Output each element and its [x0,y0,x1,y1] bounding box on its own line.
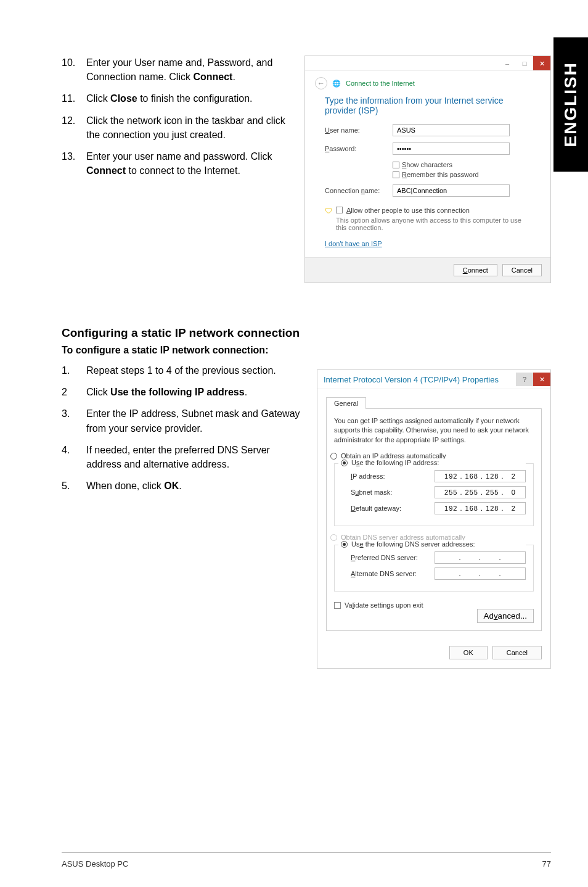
titlebar: – □ ✕ [305,56,550,71]
ip-group: Use the following IP address: IP address… [334,463,534,526]
dialog-title: Internet Protocol Version 4 (TCP/IPv4) P… [324,375,499,384]
use-following-dns-label: Use the following DNS server addresses: [351,540,475,548]
default-gateway-label: Default gateway: [351,505,435,512]
list-item: 3. Enter the IP address, Subnet mask and… [62,406,304,435]
cancel-button[interactable]: Cancel [492,646,542,659]
close-button[interactable]: ✕ [533,56,550,70]
remember-password-checkbox[interactable] [393,171,399,178]
text-fragment: . [245,387,247,397]
list-item: 2 Click Use the following IP address. [62,385,304,399]
list-item: 13. Enter your user name and password. C… [62,149,292,178]
step-text: Click the network icon in the taskbar an… [86,113,292,142]
list-item: 4. If needed, enter the preferred DNS Se… [62,443,304,471]
validate-settings-label: Validate settings upon exit [345,601,423,609]
validate-settings-checkbox[interactable] [334,602,341,609]
step-text: Enter the IP address, Subnet mask and Ga… [86,406,304,435]
step-text: Click Use the following IP address. [86,385,304,399]
minimize-button[interactable]: – [499,56,516,70]
obtain-ip-auto-radio[interactable] [330,453,337,460]
help-button[interactable]: ? [516,373,533,386]
list-item: 10. Enter your User name and, Password, … [62,56,292,84]
use-following-ip-label: Use the following IP address: [351,459,439,466]
connect-button[interactable]: Connect [454,264,497,276]
allow-others-sublabel: This option allows anyone with access to… [336,217,531,231]
top-steps: 10. Enter your User name and, Password, … [62,56,292,185]
text-fragment: . [232,72,235,82]
text-fragment: Click [86,93,110,104]
ip-address-input[interactable] [435,470,526,482]
list-item: 5. When done, click OK. [62,479,304,493]
preferred-dns-input[interactable] [435,551,526,564]
allow-others-checkbox[interactable] [336,207,343,213]
text-fragment: Click [86,387,110,397]
dns-group: Use the following DNS server addresses: … [334,545,534,592]
close-button[interactable]: ✕ [533,373,550,386]
description-text: You can get IP settings assigned automat… [334,416,534,445]
list-item: 12. Click the network icon in the taskba… [62,113,292,142]
password-input[interactable] [393,142,510,155]
text-bold: Connect [193,72,232,82]
step-number: 5. [62,479,86,493]
advanced-button[interactable]: Advanced... [477,609,534,623]
list-item: 1. Repeat steps 1 to 4 of the previous s… [62,363,304,377]
maximize-button[interactable]: □ [516,56,533,70]
text-fragment: Enter your user name and password. Click [86,151,272,162]
default-gateway-input[interactable] [435,502,526,514]
shield-icon: 🛡 [325,207,332,215]
step-number: 1. [62,363,86,377]
ok-button[interactable]: OK [449,646,488,659]
no-isp-link[interactable]: I don't have an ISP [325,240,382,247]
show-characters-checkbox[interactable] [393,162,399,168]
section-heading: Configuring a static IP network connecti… [62,326,551,340]
ipv4-properties-dialog: Internet Protocol Version 4 (TCP/IPv4) P… [317,369,551,669]
connect-internet-dialog: – □ ✕ ← 🌐 Connect to the Internet Type t… [304,56,551,283]
back-button[interactable]: ← [315,77,327,89]
step-number: 11. [62,91,86,105]
step-number: 10. [62,56,86,84]
allow-others-label: Allow other people to use this connectio… [346,207,470,214]
username-label: User name: [325,126,393,134]
alternate-dns-label: Alternate DNS server: [351,570,435,577]
step-number: 2 [62,385,86,399]
mid-steps: 1. Repeat steps 1 to 4 of the previous s… [62,363,304,500]
text-bold: OK [164,481,179,491]
step-text: Repeat steps 1 to 4 of the previous sect… [86,363,304,377]
connection-name-input[interactable] [393,184,510,197]
step-text: Enter your User name and, Password, and … [86,56,292,84]
breadcrumb-text: Connect to the Internet [346,80,415,87]
step-number: 3. [62,406,86,435]
text-bold: Connect [86,165,126,176]
step-number: 13. [62,149,86,178]
ip-address-label: IP address: [351,472,435,480]
breadcrumb: ← 🌐 Connect to the Internet [305,71,550,89]
text-bold: Close [110,93,137,104]
username-input[interactable] [393,124,510,136]
titlebar: Internet Protocol Version 4 (TCP/IPv4) P… [317,370,550,389]
text-fragment: to finish the configuration. [137,93,253,104]
use-following-dns-radio[interactable] [341,541,348,548]
list-item: 11. Click Close to finish the configurat… [62,91,292,105]
alternate-dns-input[interactable] [435,567,526,580]
show-characters-label: Show characters [402,161,452,168]
preferred-dns-label: Preferred DNS server: [351,554,435,561]
page-footer: ASUS Desktop PC 77 [62,852,551,868]
step-text: Click Close to finish the configuration. [86,91,292,105]
text-fragment: to connect to the Internet. [126,165,240,176]
remember-password-label: Remember this password [402,171,479,178]
text-fragment: When done, click [86,481,164,491]
dialog-button-bar: OK Cancel [317,638,550,668]
step-number: 4. [62,443,86,471]
obtain-dns-auto-radio [330,534,337,541]
text-bold: Use the following IP address [110,387,245,397]
section-subheading: To configure a static IP network connect… [62,345,551,356]
tab-general[interactable]: General [326,397,366,409]
dialog-button-bar: Connect Cancel [305,257,550,283]
subnet-mask-input[interactable] [435,486,526,498]
step-text: When done, click OK. [86,479,304,493]
step-text: If needed, enter the preferred DNS Serve… [86,443,304,471]
text-fragment: Click the network icon in the taskbar an… [86,115,285,140]
footer-left: ASUS Desktop PC [62,859,128,868]
use-following-ip-radio[interactable] [341,460,348,466]
globe-icon: 🌐 [332,80,341,88]
cancel-button[interactable]: Cancel [502,264,542,276]
